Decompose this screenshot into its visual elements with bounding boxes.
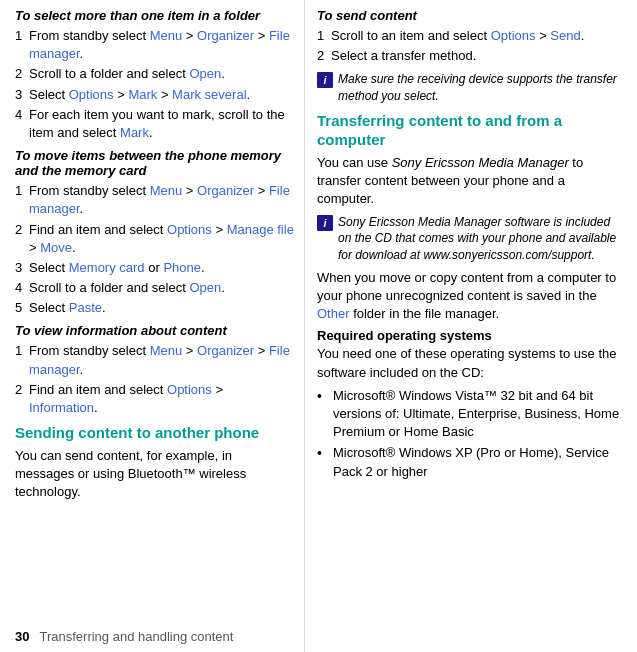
os-item-2: Microsoft® Windows XP (Pro or Home), Ser… [317,444,622,480]
right-column: To send content Scroll to an item and se… [305,0,637,652]
step-2-3: Select Memory card or Phone. [15,259,294,277]
options-link4: Options [491,28,536,43]
menu-link3: Menu [150,343,183,358]
step-3-1: From standby select Menu > Organizer > F… [15,342,294,378]
open-link: Open [189,66,221,81]
os-body: You need one of these operating systems … [317,345,622,381]
step-2-5: Select Paste. [15,299,294,317]
memorycard-link: Memory card [69,260,145,275]
other-link: Other [317,306,350,321]
options-link2: Options [167,222,212,237]
send-link: Send [550,28,580,43]
transfer-heading: Transferring content to and from a compu… [317,111,622,150]
send-step-1: Scroll to an item and select Options > S… [317,27,622,45]
page-footer: 30 Transferring and handling content [0,629,637,644]
section3-steps: From standby select Menu > Organizer > F… [15,342,294,417]
note-block-2: i Sony Ericsson Media Manager software i… [317,214,622,264]
section1-heading: To select more than one item in a folder [15,8,294,23]
section1-steps: From standby select Menu > Organizer > F… [15,27,294,142]
information-link: Information [29,400,94,415]
mark-link: Mark [128,87,157,102]
step-1-3: Select Options > Mark > Mark several. [15,86,294,104]
page: To select more than one item in a folder… [0,0,637,652]
open-link2: Open [189,280,221,295]
move-link: Move [40,240,72,255]
transfer-body1: You can use Sony Ericsson Media Manager … [317,154,622,209]
step-3-2: Find an item and select Options > Inform… [15,381,294,417]
footer-label: Transferring and handling content [39,629,233,644]
section4-heading: Sending content to another phone [15,423,294,443]
menu-link2: Menu [150,183,183,198]
step-2-4: Scroll to a folder and select Open. [15,279,294,297]
send-step-2: Select a transfer method. [317,47,622,65]
phone-link: Phone [163,260,201,275]
os-list: Microsoft® Windows Vista™ 32 bit and 64 … [317,387,622,481]
step-1-2: Scroll to a folder and select Open. [15,65,294,83]
organizer-link3: Organizer [197,343,254,358]
organizer-link2: Organizer [197,183,254,198]
note-block-1: i Make sure the receiving device support… [317,71,622,105]
section2-heading: To move items between the phone memory a… [15,148,294,178]
send-steps: Scroll to an item and select Options > S… [317,27,622,65]
organizer-link: Organizer [197,28,254,43]
left-column: To select more than one item in a folder… [0,0,305,652]
step-1-1: From standby select Menu > Organizer > F… [15,27,294,63]
step-1-4: For each item you want to mark, scroll t… [15,106,294,142]
os-item-1: Microsoft® Windows Vista™ 32 bit and 64 … [317,387,622,442]
note-text-1: Make sure the receiving device supports … [338,71,622,105]
send-content-heading: To send content [317,8,622,23]
section2-steps: From standby select Menu > Organizer > F… [15,182,294,317]
section3-heading: To view information about content [15,323,294,338]
paste-link: Paste [69,300,102,315]
step-2-1: From standby select Menu > Organizer > F… [15,182,294,218]
options-link: Options [69,87,114,102]
section4-body: You can send content, for example, in me… [15,447,294,502]
menu-link: Menu [150,28,183,43]
options-link3: Options [167,382,212,397]
note-icon-2: i [317,215,333,231]
transfer-body2: When you move or copy content from a com… [317,269,622,324]
step-2-2: Find an item and select Options > Manage… [15,221,294,257]
managefile-link: Manage file [227,222,294,237]
mark2-link: Mark [120,125,149,140]
note-text-2: Sony Ericsson Media Manager software is … [338,214,622,264]
page-number: 30 [15,629,29,644]
os-heading: Required operating systems [317,328,622,343]
markseveral-link: Mark several [172,87,246,102]
note-icon-1: i [317,72,333,88]
